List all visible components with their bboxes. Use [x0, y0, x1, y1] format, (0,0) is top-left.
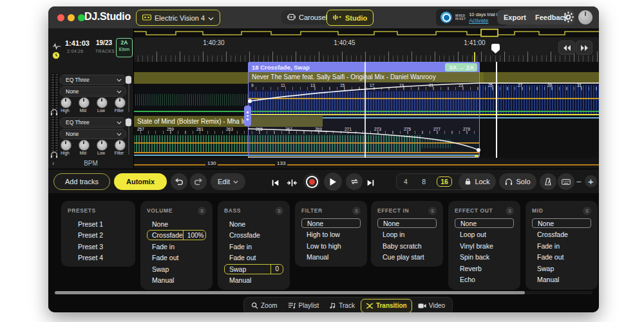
preset-2-item[interactable]: Preset 2 [68, 230, 129, 242]
minimap-viewport-bracket[interactable] [481, 30, 498, 37]
minimize-window-button[interactable] [68, 14, 75, 21]
preset-3-item[interactable]: Preset 3 [68, 241, 129, 252]
split-at-playhead-button[interactable] [287, 178, 298, 189]
deck-a-eq-select[interactable]: EQ Three [60, 75, 126, 85]
record-button[interactable] [303, 173, 320, 190]
bass-fade-in-item[interactable]: Fade in [224, 241, 283, 252]
skip-to-start-button[interactable] [271, 178, 279, 189]
volume-crossfade-item[interactable]: Crossfade100% [147, 230, 206, 240]
solo-badge[interactable]: S [428, 207, 437, 215]
solo-badge[interactable]: S [352, 207, 361, 215]
timeline-lanes[interactable]: 18 Crossfade, Swap 3A → 2A Never The Sam… [133, 62, 599, 158]
close-window-button[interactable] [57, 14, 64, 21]
loop-option-4[interactable]: 4 [401, 177, 411, 186]
play-button[interactable] [324, 173, 342, 191]
deck-a-effect-select[interactable]: None [60, 86, 126, 97]
effect-out-vinyl-brake-item[interactable]: Vinyl brake [455, 240, 514, 252]
settings-gear-icon[interactable] [562, 11, 574, 26]
effect-in-cue-play-start-item[interactable]: Cue play start [377, 251, 437, 263]
add-tracks-button[interactable]: Add tracks [53, 173, 110, 190]
fade-out-curve[interactable] [248, 129, 478, 150]
mid-fade-in-item[interactable]: Fade in [532, 240, 591, 252]
lock-button[interactable]: Lock [459, 173, 496, 190]
effect-out-none-item[interactable]: None [455, 218, 514, 228]
bass-swap-item[interactable]: Swap0 [224, 264, 283, 274]
preset-1-item[interactable]: Preset 1 [68, 218, 129, 230]
solo-badge[interactable]: S [583, 207, 591, 215]
export-button[interactable]: Export [497, 10, 533, 24]
deck-b-high-knob[interactable] [61, 140, 71, 151]
rewind-button[interactable] [558, 41, 575, 55]
solo-badge[interactable]: S [506, 207, 514, 215]
fade-curves[interactable] [133, 62, 599, 158]
tab-zoom[interactable]: Zoom [247, 299, 282, 312]
panel-scrollbar-track[interactable] [55, 291, 592, 294]
zoom-in-button[interactable]: + [585, 175, 597, 187]
bass-swap-value[interactable]: 0 [270, 265, 283, 274]
deck-a-high-knob[interactable] [61, 97, 71, 108]
mid-fade-out-item[interactable]: Fade out [532, 251, 591, 263]
zoom-out-button[interactable]: − [573, 176, 584, 187]
bpm-lane[interactable]: 130 133 [133, 160, 599, 169]
project-selector[interactable]: Electric Vision 4 [136, 10, 220, 26]
filter-high-to-low-item[interactable]: High to low [301, 229, 361, 240]
deck-a-filter-knob[interactable] [115, 97, 126, 108]
deck-b-low-knob[interactable] [97, 140, 108, 151]
playhead-line[interactable] [496, 62, 497, 158]
deck-a-volume-handle[interactable] [126, 76, 131, 84]
skip-to-end-button[interactable] [366, 178, 375, 189]
tab-track[interactable]: Track [325, 299, 359, 312]
deck-a-low-knob[interactable] [97, 97, 108, 108]
volume-manual-item[interactable]: Manual [147, 275, 206, 287]
volume-crossfade-value[interactable]: 100% [183, 231, 208, 240]
mid-swap-item[interactable]: Swap [532, 263, 591, 274]
solo-badge[interactable]: S [275, 207, 283, 215]
effect-out-loop-out-item[interactable]: Loop out [455, 229, 514, 240]
mid-manual-item[interactable]: Manual [532, 274, 591, 285]
edit-menu-button[interactable]: Edit [211, 173, 245, 190]
studio-button[interactable]: Studio [327, 10, 374, 26]
panel-scrollbar-thumb[interactable] [55, 291, 525, 294]
tab-video[interactable]: Video [413, 299, 450, 312]
deck-b-eq-select[interactable]: EQ Three [60, 117, 126, 128]
effect-in-none-item[interactable]: None [377, 218, 437, 228]
effect-out-echo-item[interactable]: Echo [455, 274, 514, 285]
tab-playlist[interactable]: Playlist [283, 299, 324, 312]
loop-toggle-button[interactable] [346, 173, 363, 190]
redo-button[interactable] [190, 173, 207, 190]
effect-out-spin-back-item[interactable]: Spin back [455, 251, 514, 263]
filter-none-item[interactable]: None [301, 218, 361, 228]
carousel-button[interactable]: Carousel [281, 10, 333, 24]
effect-in-baby-scratch-item[interactable]: Baby scratch [377, 240, 437, 252]
deck-b-mid-knob[interactable] [79, 140, 90, 151]
undo-button[interactable] [171, 173, 187, 190]
effect-out-reverb-item[interactable]: Reverb [455, 263, 514, 274]
user-avatar[interactable] [578, 10, 592, 24]
volume-swap-item[interactable]: Swap [147, 263, 206, 275]
metronome-button[interactable] [540, 173, 556, 190]
volume-fade-in-item[interactable]: Fade in [147, 241, 206, 252]
automix-button[interactable]: Automix [114, 173, 167, 190]
keyboard-shortcuts-button[interactable] [558, 173, 574, 190]
tab-transition[interactable]: Transition [361, 299, 412, 313]
timeline-ruler[interactable]: 1:40:30 1:40:45 1:41:00 [133, 37, 599, 62]
preset-4-item[interactable]: Preset 4 [68, 252, 129, 264]
deck-b-effect-select[interactable]: None [60, 129, 126, 139]
volume-none-item[interactable]: None [147, 218, 206, 230]
mid-crossfade-item[interactable]: Crossfade [532, 229, 591, 240]
bass-manual-item[interactable]: Manual [224, 275, 283, 287]
effect-in-loop-in-item[interactable]: Loop in [377, 229, 437, 240]
fade-out-end-node[interactable] [477, 148, 480, 152]
deck-b-volume-handle[interactable] [126, 118, 131, 126]
filter-low-to-high-item[interactable]: Low to high [301, 240, 361, 252]
solo-button[interactable]: Solo [499, 173, 536, 190]
fast-forward-button[interactable] [576, 41, 592, 55]
solo-badge[interactable]: S [198, 207, 206, 215]
fade-in-start-node[interactable] [248, 99, 252, 103]
loop-option-8[interactable]: 8 [419, 177, 429, 186]
bass-crossfade-item[interactable]: Crossfade [224, 230, 283, 242]
deck-a-mid-knob[interactable] [79, 97, 90, 108]
deck-b-filter-knob[interactable] [115, 140, 126, 151]
filter-manual-item[interactable]: Manual [301, 251, 361, 263]
bass-fade-out-item[interactable]: Fade out [224, 252, 283, 264]
